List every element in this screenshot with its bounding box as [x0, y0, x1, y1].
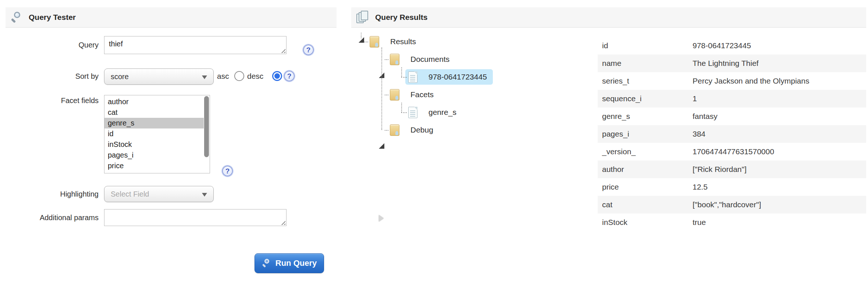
- detail-row: sequence_i1: [598, 90, 866, 107]
- detail-row: _version_1706474477631570000: [598, 143, 866, 161]
- additional-params-input[interactable]: [104, 209, 287, 226]
- tree-node-label: Results: [390, 37, 416, 46]
- tree-node-label: 978-0641723445: [428, 73, 487, 81]
- detail-key: cat: [598, 200, 693, 209]
- detail-row: genre_sfantasy: [598, 107, 866, 125]
- highlighting-select[interactable]: Select Field: [104, 186, 214, 202]
- highlighting-label: Highlighting: [6, 190, 99, 198]
- facet-option[interactable]: id: [104, 128, 204, 139]
- tree-node-item[interactable]: Documents: [387, 52, 455, 67]
- tree-node-label: Facets: [410, 90, 434, 99]
- tree-node[interactable]: genre_s: [351, 103, 590, 121]
- asc-radio[interactable]: [234, 71, 244, 81]
- magnifier-icon: [262, 258, 271, 268]
- tree-connector: [361, 33, 362, 38]
- detail-row: pages_i384: [598, 125, 866, 143]
- facet-option[interactable]: price: [104, 161, 204, 171]
- tree-node-item[interactable]: Facets: [387, 87, 440, 102]
- detail-key: pages_i: [598, 130, 693, 138]
- sort-by-select[interactable]: score: [104, 68, 214, 85]
- expand-icon[interactable]: [379, 215, 384, 222]
- facet-option[interactable]: inStock: [104, 139, 204, 150]
- run-query-label: Run Query: [275, 258, 317, 268]
- detail-value: 978-0641723445: [693, 41, 866, 50]
- tree-connector: [401, 103, 402, 112]
- detail-row: series_tPercy Jackson and the Olympians: [598, 72, 866, 90]
- detail-row: cat["book","hardcover"]: [598, 196, 866, 214]
- folder-icon: [390, 89, 399, 101]
- facet-option[interactable]: genre_s: [104, 118, 204, 128]
- query-label: Query: [6, 41, 99, 49]
- tree-connector: [385, 95, 388, 95]
- tree-connector: [401, 67, 402, 77]
- detail-value: ["book","hardcover"]: [693, 200, 866, 209]
- facet-fields-list[interactable]: authorcatgenre_sidinStockpages_iprice: [104, 95, 210, 173]
- detail-value: 12.5: [693, 183, 866, 191]
- tree-connector: [364, 42, 368, 42]
- sort-by-selected-value: score: [111, 73, 129, 81]
- folder-icon: [390, 124, 399, 136]
- tree-connector: [385, 59, 388, 60]
- detail-value: Percy Jackson and the Olympians: [693, 77, 866, 85]
- document-icon: [408, 71, 417, 83]
- detail-value: 384: [693, 130, 866, 138]
- query-tester-header: Query Tester: [6, 7, 337, 28]
- detail-key: genre_s: [598, 112, 693, 121]
- detail-key: series_t: [598, 77, 693, 85]
- tree-node-label: Debug: [410, 126, 433, 134]
- query-tester-screen: Query Tester Query thief ? Sort by score…: [0, 0, 868, 282]
- folder-icon: [370, 36, 379, 47]
- chevron-down-icon: [202, 75, 207, 79]
- tree-node-item[interactable]: Debug: [387, 122, 439, 138]
- run-query-button[interactable]: Run Query: [255, 253, 324, 273]
- detail-row: price12.5: [598, 178, 866, 196]
- sort-help-icon[interactable]: ?: [284, 71, 295, 81]
- tree-node-label: genre_s: [428, 108, 456, 117]
- query-input[interactable]: thief: [104, 36, 287, 54]
- additional-params-label: Additional params: [6, 214, 99, 222]
- query-results-header: Query Results: [351, 7, 866, 28]
- scrollbar-thumb[interactable]: [204, 96, 209, 157]
- detail-value: 1: [693, 94, 866, 103]
- query-help-icon[interactable]: ?: [303, 45, 314, 55]
- detail-value: 1706474477631570000: [693, 147, 866, 156]
- results-tree: ResultsDocuments978-0641723445Facetsgenr…: [351, 33, 590, 143]
- tree-connector: [401, 77, 407, 78]
- tree-node[interactable]: Results: [351, 33, 590, 50]
- detail-key: id: [598, 41, 693, 50]
- desc-label: desc: [247, 72, 263, 81]
- chevron-down-icon: [202, 193, 207, 197]
- asc-label: asc: [217, 72, 229, 81]
- detail-key: _version_: [598, 147, 693, 156]
- tree-node-item[interactable]: genre_s: [405, 105, 462, 120]
- detail-key: author: [598, 165, 693, 174]
- tree-connector: [381, 47, 382, 130]
- facet-help-icon[interactable]: ?: [222, 166, 233, 176]
- detail-row: nameThe Lightning Thief: [598, 54, 866, 72]
- documents-stack-icon: [356, 10, 370, 24]
- tree-connector: [401, 112, 407, 113]
- detail-key: sequence_i: [598, 94, 693, 103]
- collapse-icon[interactable]: [379, 143, 384, 149]
- magnifier-icon: [11, 11, 23, 24]
- detail-key: name: [598, 59, 693, 68]
- detail-row: inStocktrue: [598, 214, 866, 231]
- folder-icon: [390, 54, 399, 65]
- tree-node[interactable]: 978-0641723445: [351, 68, 590, 86]
- result-detail-table: id978-0641723445nameThe Lightning Thiefs…: [598, 37, 866, 231]
- detail-key: inStock: [598, 218, 693, 227]
- document-icon: [408, 107, 417, 118]
- detail-value: true: [693, 218, 866, 227]
- tree-node-selected[interactable]: 978-0641723445: [405, 69, 493, 85]
- facet-option[interactable]: author: [104, 96, 204, 107]
- sort-by-label: Sort by: [6, 72, 99, 81]
- detail-value: The Lightning Thief: [693, 59, 866, 68]
- tree-node-label: Documents: [410, 55, 449, 64]
- tree-node-item[interactable]: Results: [367, 34, 422, 49]
- highlighting-placeholder: Select Field: [111, 190, 149, 198]
- query-results-title: Query Results: [375, 13, 427, 22]
- desc-radio[interactable]: [272, 71, 282, 81]
- facet-option[interactable]: pages_i: [104, 150, 204, 161]
- detail-value: ["Rick Riordan"]: [693, 165, 866, 174]
- facet-option[interactable]: cat: [104, 107, 204, 118]
